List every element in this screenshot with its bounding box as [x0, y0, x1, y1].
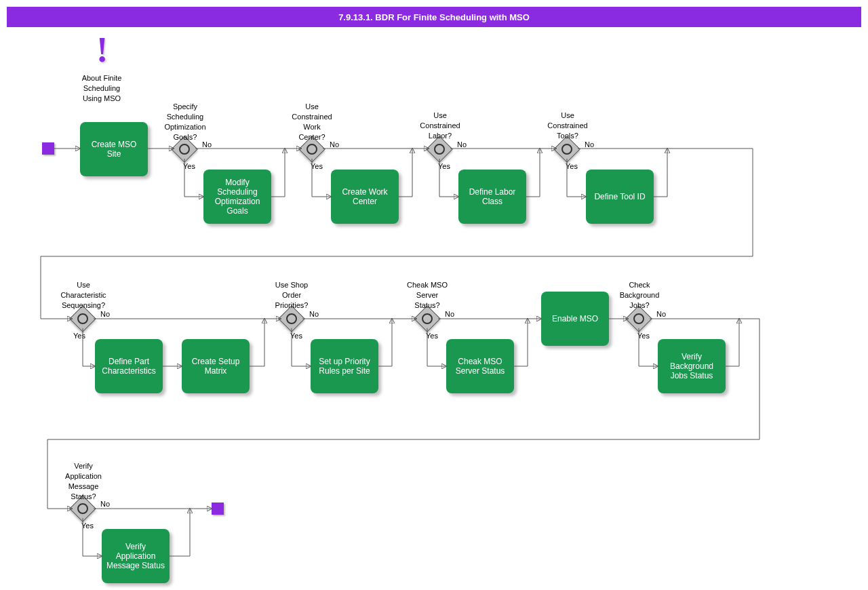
task-create-mso-site: Create MSO Site — [80, 122, 148, 176]
gateway-bg-jobs-no: No — [656, 309, 666, 319]
task-verify-bg-jobs: VerifyBackgroundJobs Status — [658, 339, 726, 393]
task-priority-rules: Set up PriorityRules per Site — [311, 339, 378, 393]
gateway-sequencing-yes: Yes — [73, 331, 85, 341]
gateway-app-msg-yes: Yes — [81, 521, 94, 531]
task-verify-app-msg: Verify ApplicationMessage Status — [102, 529, 170, 583]
gateway-goals-yes: Yes — [183, 161, 195, 172]
gateway-tools-label: UseConstrainedTools? — [544, 111, 591, 141]
end-event — [212, 503, 224, 515]
task-check-mso-status: Cheak MSOServer Status — [446, 339, 514, 393]
task-define-labor: Define LaborClass — [458, 170, 526, 224]
attention-text: About FiniteSchedulingUsing MSO — [75, 73, 129, 104]
gateway-tools-yes: Yes — [566, 161, 578, 172]
gateway-tools-no: No — [585, 140, 594, 150]
gateway-mso-status-yes: Yes — [426, 331, 438, 341]
attention-icon: ! — [96, 33, 108, 68]
diagram-title: 7.9.13.1. BDR For Finite Scheduling with… — [7, 7, 861, 27]
gateway-labor-label: UseConstrainedLabor? — [416, 111, 464, 141]
task-define-tool: Define Tool ID — [586, 170, 654, 224]
gateway-goals-no: No — [202, 140, 212, 150]
gateway-priorities-yes: Yes — [290, 331, 302, 341]
gateway-sequencing-no: No — [100, 309, 110, 319]
task-modify-goals: ModifySchedulingOptimizationGoals — [203, 170, 271, 224]
task-define-part-char: Define PartCharacteristics — [95, 339, 163, 393]
gateway-work-center-no: No — [330, 140, 339, 150]
task-create-setup-matrix: Create SetupMatrix — [182, 339, 250, 393]
gateway-labor-yes: Yes — [438, 161, 450, 172]
gateway-sequencing-label: UseCharacteristicSequensing? — [50, 280, 117, 311]
gateway-mso-status-label: Cheak MSOServerStatus? — [403, 280, 451, 311]
task-enable-mso: Enable MSO — [541, 292, 609, 346]
gateway-bg-jobs-yes: Yes — [637, 331, 650, 341]
start-event — [42, 142, 54, 155]
gateway-bg-jobs-label: CheckBackgroundJobs? — [616, 280, 663, 311]
gateway-priorities-no: No — [309, 309, 319, 319]
gateway-goals-label: SpecifySchedulingOptimizationGoals? — [161, 102, 209, 142]
gateway-work-center-label: UseConstrainedWorkCenter? — [288, 102, 336, 142]
gateway-work-center-yes: Yes — [311, 161, 323, 172]
gateway-app-msg-no: No — [100, 499, 110, 509]
gateway-mso-status-no: No — [445, 309, 454, 319]
gateway-labor-no: No — [457, 140, 467, 150]
gateway-priorities-label: Use ShopOrderPriorities? — [268, 280, 315, 311]
task-create-work-center: Create WorkCenter — [331, 170, 399, 224]
gateway-app-msg-label: VerifyApplicationMessageStatus? — [60, 461, 107, 501]
flow-diagram: 7.9.13.1. BDR For Finite Scheduling with… — [0, 0, 868, 590]
